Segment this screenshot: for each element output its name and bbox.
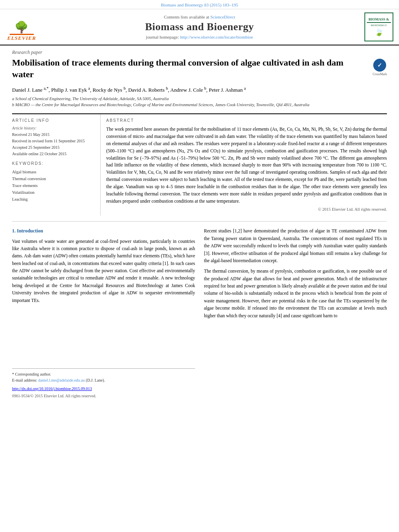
journal-masthead: 🌳 ELSEVIER Contents lists available at S…: [0, 9, 399, 45]
article-type-label: Research paper: [12, 49, 387, 55]
logo-divider: [367, 22, 391, 23]
crossmark-symbol: ✓: [377, 62, 382, 69]
crossmark-circle: ✓: [373, 59, 386, 72]
author-peter: Peter J. Ashman a: [209, 87, 246, 93]
doi-line: http://dx.doi.org/10.1016/j.biombioe.201…: [12, 386, 195, 392]
online-date: Available online 22 October 2015: [12, 151, 95, 157]
logo-line2: BIOENERGY: [371, 24, 387, 27]
article-history-label: Article history:: [12, 126, 95, 130]
article-info-column: Article info Article history: Received 2…: [12, 114, 101, 216]
keywords-heading: Keywords:: [12, 161, 95, 166]
article-body: Research paper Mobilisation of trace ele…: [0, 45, 399, 407]
affiliation-a: a School of Chemical Engineering, The Un…: [12, 96, 387, 102]
author-philip: Philip J. van Eyk a,: [51, 87, 93, 93]
elsevier-name: ELSEVIER: [7, 35, 36, 41]
abstract-column: Abstract The work presented here assesse…: [101, 114, 387, 216]
section-divider: [12, 221, 387, 222]
keyword-2: Thermal conversion: [12, 176, 95, 183]
abstract-heading: Abstract: [106, 118, 387, 123]
corresponding-author-label: * Corresponding author.: [12, 372, 51, 376]
intro-para-3-text: The thermal conversion, by means of pyro…: [204, 269, 387, 318]
footnote-area-container: * Corresponding author. E-mail address: …: [12, 368, 195, 399]
title-crossmark-row: Mobilisation of trace elements during th…: [12, 57, 387, 85]
homepage-prefix: journal homepage:: [146, 35, 180, 39]
abstract-text: The work presented here assesses the pot…: [106, 126, 387, 205]
author-rocky: Rocky de Nys b,: [93, 87, 128, 93]
intro-para-1: Vast volumes of waste water are generate…: [12, 238, 195, 304]
crossmark-label: CrossMark: [372, 72, 387, 76]
revised-date: Received in revised form 11 September 20…: [12, 138, 95, 144]
received-date: Received 21 May 2015: [12, 131, 95, 138]
elsevier-logo: 🌳 ELSEVIER: [7, 22, 36, 41]
author-david: David A. Roberts b,: [128, 87, 171, 93]
author-andrew: Andrew J. Cole b,: [170, 87, 209, 93]
email-link[interactable]: daniel.l.me@adelaide.edu.au: [38, 378, 85, 382]
article-dates: Received 21 May 2015 Received in revised…: [12, 131, 95, 157]
article-title: Mobilisation of trace elements during th…: [12, 57, 368, 80]
copyright-notice: © 2015 Elsevier Ltd. All rights reserved…: [106, 207, 387, 212]
journal-homepage-link[interactable]: http://www.elsevier.com/locate/biombioe: [180, 35, 253, 39]
intro-para-2-text: Recent studies [1,2] have demonstrated t…: [204, 228, 387, 263]
article-info-heading: Article info: [12, 118, 95, 123]
logo-line1: BIOMASS &: [368, 17, 389, 22]
issn-line: 0961-9534/© 2015 Elsevier Ltd. All right…: [12, 393, 195, 399]
email-suffix: (D.J. Lane).: [86, 378, 105, 382]
keyword-5: Leaching: [12, 196, 95, 203]
corresponding-author-note: * Corresponding author.: [12, 371, 195, 377]
intro-heading: 1. Introduction: [12, 227, 195, 235]
crossmark-area: ✓ CrossMark: [372, 59, 387, 76]
authors-line: Daniel J. Lane a,*, Philip J. van Eyk a,…: [12, 85, 387, 94]
info-abstract-section: Article info Article history: Received 2…: [12, 113, 387, 216]
keywords-list: Algal biomass Thermal conversion Trace e…: [12, 169, 95, 203]
main-col-right: Recent studies [1,2] have demonstrated t…: [204, 227, 387, 399]
journal-title-area: Contents lists available at ScienceDirec…: [40, 12, 359, 41]
journal-logo-area: BIOMASS & BIOENERGY 🍃: [359, 12, 399, 41]
sciencedirect-link[interactable]: ScienceDirect: [210, 14, 235, 19]
main-col-left: 1. Introduction Vast volumes of waste wa…: [12, 227, 195, 399]
journal-citation-bar: Biomass and Bioenergy 83 (2015) 183–195: [0, 0, 399, 9]
intro-para-2: Recent studies [1,2] have demonstrated t…: [204, 227, 387, 264]
doi-link[interactable]: http://dx.doi.org/10.1016/j.biombioe.201…: [12, 386, 92, 391]
affiliation-b: b MACRO — the Centre for Macroalgal Reso…: [12, 102, 387, 108]
keyword-1: Algal biomass: [12, 169, 95, 176]
footnote-area: * Corresponding author. E-mail address: …: [12, 368, 195, 383]
journal-citation-text: Biomass and Bioenergy 83 (2015) 183–195: [161, 2, 238, 7]
author-daniel: Daniel J. Lane a,*,: [12, 87, 51, 93]
sciencedirect-link-line: Contents lists available at ScienceDirec…: [164, 14, 235, 19]
crossmark-badge: ✓ CrossMark: [372, 59, 387, 76]
journal-homepage-line: journal homepage: http://www.elsevier.co…: [146, 35, 253, 39]
main-body-columns: 1. Introduction Vast volumes of waste wa…: [12, 227, 387, 399]
intro-para-3: The thermal conversion, by means of pyro…: [204, 267, 387, 319]
intro-para-1-text: Vast volumes of waste water are generate…: [12, 239, 195, 303]
affiliations: a School of Chemical Engineering, The Un…: [12, 96, 387, 108]
journal-title: Biomass and Bioenergy: [145, 21, 254, 33]
email-label: E-mail address:: [12, 378, 38, 382]
accepted-date: Accepted 25 September 2015: [12, 144, 95, 151]
keywords-section: Keywords: Algal biomass Thermal conversi…: [12, 161, 95, 203]
contents-prefix: Contents lists available at: [164, 14, 210, 19]
logo-leaf-icon: 🍃: [374, 28, 383, 37]
email-line: E-mail address: daniel.l.me@adelaide.edu…: [12, 377, 195, 383]
biomass-bioenergy-logo: BIOMASS & BIOENERGY 🍃: [364, 12, 393, 41]
keyword-3: Trace elements: [12, 183, 95, 189]
elsevier-tree-icon: 🌳: [14, 22, 29, 33]
elsevier-logo-area: 🌳 ELSEVIER: [0, 12, 40, 41]
keyword-4: Volatilisation: [12, 189, 95, 196]
